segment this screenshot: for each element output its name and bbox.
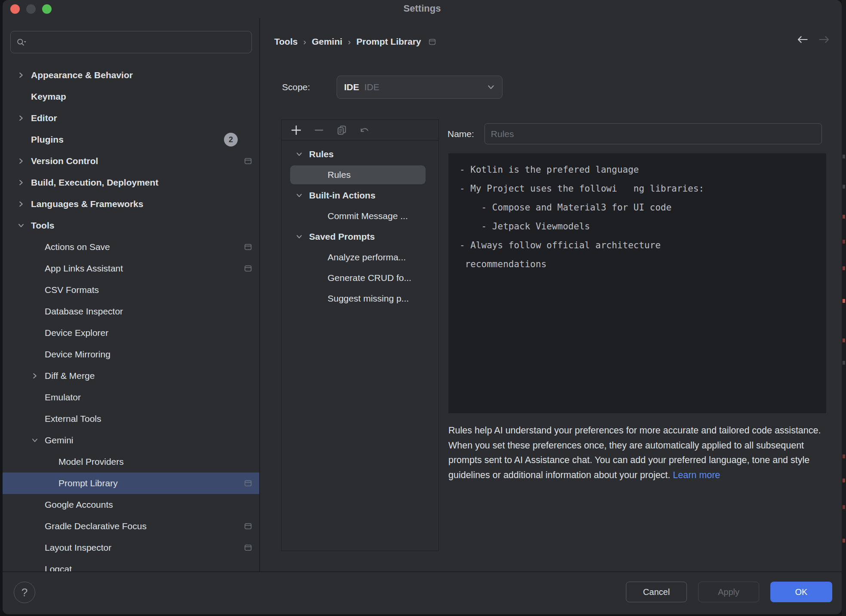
- sidebar-item-google-accounts[interactable]: Google Accounts: [3, 494, 259, 515]
- tree-item-analyze-performa[interactable]: Analyze performa...: [282, 247, 438, 268]
- name-input[interactable]: [484, 123, 822, 144]
- sidebar-item-database-inspector[interactable]: Database Inspector: [3, 301, 259, 322]
- add-icon[interactable]: [288, 122, 304, 138]
- sidebar-item-logcat[interactable]: Logcat: [3, 558, 259, 572]
- tree-item-label: Generate CRUD fo...: [328, 273, 411, 283]
- settings-dialog: Settings Appearance & BehaviorKeymapEdit…: [3, 0, 842, 614]
- chevron-placeholder: [31, 328, 45, 338]
- chevron-down-icon[interactable]: [295, 232, 309, 241]
- sidebar-item-label: Keymap: [31, 91, 66, 102]
- sidebar-item-emulator[interactable]: Emulator: [3, 387, 259, 408]
- remove-icon[interactable]: [311, 122, 327, 138]
- sidebar-item-label: App Links Assistant: [45, 263, 123, 274]
- tree-item-label: Suggest missing p...: [328, 293, 409, 304]
- chevron-placeholder: [31, 285, 45, 295]
- undo-icon[interactable]: [357, 122, 372, 138]
- sidebar-item-label: Gemini: [45, 435, 74, 445]
- sidebar-item-keymap[interactable]: Keymap: [3, 86, 259, 107]
- scope-label: Scope:: [282, 82, 310, 92]
- tree-group-rules[interactable]: Rules: [282, 144, 438, 165]
- chevron-placeholder: [45, 479, 58, 488]
- sidebar-item-tools[interactable]: Tools: [3, 215, 259, 236]
- help-button[interactable]: ?: [14, 582, 35, 603]
- screen-settings-icon: [244, 479, 252, 488]
- tree-item-commit-message[interactable]: Commit Message ...: [282, 206, 438, 226]
- sidebar-item-build-execution-deployment[interactable]: Build, Execution, Deployment: [3, 172, 259, 193]
- chevron-placeholder: [31, 242, 45, 252]
- sidebar-item-label: Actions on Save: [45, 242, 110, 252]
- tree-toolbar: [282, 120, 438, 140]
- chevron-right-icon[interactable]: [17, 156, 31, 166]
- screen-settings-icon: [244, 543, 252, 552]
- chevron-right-icon[interactable]: [17, 113, 31, 123]
- sidebar-item-label: Diff & Merge: [45, 371, 95, 381]
- sidebar-item-model-providers[interactable]: Model Providers: [3, 451, 259, 473]
- breadcrumb-item-gemini[interactable]: Gemini: [312, 37, 342, 47]
- chevron-right-icon[interactable]: [17, 199, 31, 209]
- prompt-tree-panel: RulesRulesBuilt-in ActionsCommit Message…: [281, 119, 439, 551]
- search-input[interactable]: [31, 37, 246, 48]
- tree-group-built-in-actions[interactable]: Built-in Actions: [282, 185, 438, 206]
- sidebar-item-layout-inspector[interactable]: Layout Inspector: [3, 537, 259, 558]
- settings-search-field[interactable]: [10, 31, 252, 53]
- sidebar-item-gemini[interactable]: Gemini: [3, 430, 259, 451]
- footer-buttons: Cancel Apply OK: [626, 582, 832, 602]
- chevron-down-icon[interactable]: [295, 149, 309, 159]
- cancel-button[interactable]: Cancel: [626, 582, 687, 602]
- chevron-right-icon[interactable]: [17, 178, 31, 187]
- tree-item-generate-crud-fo[interactable]: Generate CRUD fo...: [282, 268, 438, 288]
- sidebar-item-diff-merge[interactable]: Diff & Merge: [3, 365, 259, 387]
- titlebar: Settings: [3, 0, 842, 18]
- sidebar-item-label: Tools: [31, 220, 54, 231]
- back-arrow-icon[interactable]: [796, 35, 809, 44]
- sidebar-item-prompt-library[interactable]: Prompt Library: [3, 473, 259, 494]
- sidebar-item-label: Google Accounts: [45, 500, 113, 510]
- sidebar-nav: Appearance & BehaviorKeymapEditorPlugins…: [3, 64, 259, 572]
- sidebar-item-actions-on-save[interactable]: Actions on Save: [3, 236, 259, 258]
- breadcrumb-item-tools[interactable]: Tools: [274, 37, 297, 47]
- tree-group-saved-prompts[interactable]: Saved Prompts: [282, 226, 438, 247]
- sidebar-item-version-control[interactable]: Version Control: [3, 150, 259, 172]
- learn-more-link[interactable]: Learn more: [673, 470, 720, 480]
- sidebar-item-label: Model Providers: [58, 457, 124, 467]
- prompt-editor-line: - Compose and Material3 for UI code: [460, 198, 826, 217]
- sidebar-item-label: Prompt Library: [58, 478, 118, 488]
- chevron-right-icon[interactable]: [17, 70, 31, 80]
- sidebar-item-external-tools[interactable]: External Tools: [3, 408, 259, 430]
- rules-description-text: Rules help AI understand your preference…: [448, 425, 821, 480]
- tree-item-rules[interactable]: Rules: [282, 165, 438, 185]
- sidebar-item-device-mirroring[interactable]: Device Mirroring: [3, 344, 259, 365]
- prompt-text-editor[interactable]: - Kotlin is the prefered language- My Pr…: [448, 153, 826, 413]
- sidebar-item-languages-frameworks[interactable]: Languages & Frameworks: [3, 193, 259, 215]
- chevron-placeholder: [17, 92, 31, 101]
- sidebar-item-device-explorer[interactable]: Device Explorer: [3, 322, 259, 344]
- sidebar-item-plugins[interactable]: Plugins2: [3, 129, 259, 150]
- chevron-down-icon[interactable]: [295, 191, 309, 200]
- sidebar-item-csv-formats[interactable]: CSV Formats: [3, 279, 259, 301]
- sidebar-item-gradle-declarative-focus[interactable]: Gradle Declarative Focus: [3, 515, 259, 537]
- chevron-down-icon[interactable]: [31, 436, 45, 445]
- chevron-placeholder: [31, 350, 45, 359]
- rules-description: Rules help AI understand your preference…: [448, 423, 827, 482]
- apply-button[interactable]: Apply: [698, 582, 759, 602]
- plugins-count-badge: 2: [224, 133, 238, 146]
- sidebar-item-appearance-behavior[interactable]: Appearance & Behavior: [3, 64, 259, 86]
- sidebar-item-label: Device Explorer: [45, 328, 108, 338]
- breadcrumb-item-prompt-library[interactable]: Prompt Library: [356, 37, 421, 47]
- settings-sidebar: Appearance & BehaviorKeymapEditorPlugins…: [3, 18, 260, 572]
- duplicate-icon[interactable]: [334, 122, 349, 138]
- chevron-down-icon[interactable]: [17, 221, 31, 230]
- chevron-right-icon[interactable]: [31, 371, 45, 381]
- sidebar-item-label: Editor: [31, 113, 57, 123]
- forward-arrow-icon[interactable]: [818, 35, 831, 44]
- search-icon[interactable]: [16, 37, 27, 47]
- scope-dropdown[interactable]: IDE IDE: [337, 76, 503, 99]
- tree-item-label: Built-in Actions: [309, 190, 375, 201]
- tree-item-suggest-missing-p[interactable]: Suggest missing p...: [282, 288, 438, 309]
- sidebar-item-label: Version Control: [31, 156, 98, 166]
- dialog-footer: ? Cancel Apply OK: [3, 571, 842, 614]
- window-title: Settings: [3, 0, 842, 18]
- sidebar-item-app-links-assistant[interactable]: App Links Assistant: [3, 258, 259, 279]
- ok-button[interactable]: OK: [770, 582, 832, 602]
- sidebar-item-editor[interactable]: Editor: [3, 107, 259, 129]
